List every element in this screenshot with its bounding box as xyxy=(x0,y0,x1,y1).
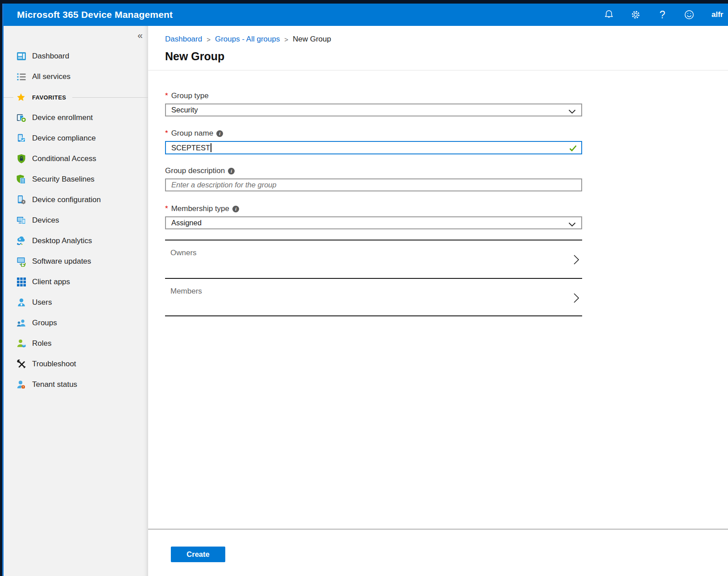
sidebar-item-label: All services xyxy=(32,72,70,81)
sidebar-item-client-apps[interactable]: Client apps xyxy=(4,272,148,292)
sidebar-item-users[interactable]: Users xyxy=(4,292,148,313)
sidebar-collapse-button[interactable]: « xyxy=(137,30,143,40)
gear-icon[interactable] xyxy=(630,9,641,21)
sidebar-item-device-configuration[interactable]: Device configuration xyxy=(4,190,148,210)
device-configuration-icon xyxy=(16,195,27,205)
info-icon[interactable]: i xyxy=(228,168,235,174)
desktop-analytics-icon xyxy=(16,236,27,246)
check-icon xyxy=(569,145,577,153)
device-enrollment-icon xyxy=(16,112,27,123)
sidebar-item-device-enrollment[interactable]: Device enrollment xyxy=(4,108,148,128)
info-icon[interactable]: i xyxy=(232,206,239,212)
create-button[interactable]: Create xyxy=(171,547,225,562)
chevron-down-icon xyxy=(568,221,576,229)
account-name[interactable]: alfr xyxy=(711,10,723,19)
sidebar-item-label: Security Baselines xyxy=(32,175,95,184)
sidebar-item-roles[interactable]: Roles xyxy=(4,333,148,354)
required-asterisk: * xyxy=(165,91,168,100)
sidebar-item-label: Dashboard xyxy=(32,52,69,61)
sidebar-item-tenant-status[interactable]: Tenant status xyxy=(4,374,148,395)
software-updates-icon xyxy=(16,256,27,267)
info-icon[interactable]: i xyxy=(216,130,223,137)
content-header: Dashboard>Groups - All groups>New Group … xyxy=(148,26,728,70)
sidebar-item-device-compliance[interactable]: Device compliance xyxy=(4,128,148,149)
membership-type-select[interactable]: Assigned xyxy=(165,216,582,229)
sidebar-item-label: Desktop Analytics xyxy=(32,236,92,245)
sidebar: « DashboardAll services FAVORITES Device… xyxy=(4,26,148,576)
chevron-right-icon xyxy=(573,293,579,305)
group-description-label: Group description i xyxy=(165,166,582,175)
favorites-header: FAVORITES xyxy=(4,87,148,108)
sidebar-item-label: Software updates xyxy=(32,257,91,266)
smiley-icon[interactable] xyxy=(683,9,695,21)
group-description-placeholder: Enter a description for the group xyxy=(171,181,277,189)
group-type-select[interactable]: Security xyxy=(165,104,582,116)
group-description-input[interactable]: Enter a description for the group xyxy=(165,178,582,191)
breadcrumb-item-new-group: New Group xyxy=(293,35,331,44)
device-compliance-icon xyxy=(16,133,27,144)
favorites-divider-right xyxy=(72,97,148,98)
breadcrumb: Dashboard>Groups - All groups>New Group xyxy=(148,26,728,44)
sidebar-item-label: Troubleshoot xyxy=(32,360,76,369)
group-name-value: SCEPTEST xyxy=(171,144,210,152)
sidebar-item-devices[interactable]: Devices xyxy=(4,210,148,231)
breadcrumb-item-groups-all-groups[interactable]: Groups - All groups xyxy=(215,35,280,44)
sidebar-item-label: Roles xyxy=(32,339,51,348)
users-icon xyxy=(16,297,27,308)
sidebar-item-label: Conditional Access xyxy=(32,154,96,163)
breadcrumb-separator: > xyxy=(284,36,288,43)
sidebar-item-all-services[interactable]: All services xyxy=(4,66,148,87)
membership-type-label: * Membership type i xyxy=(165,204,582,213)
sidebar-item-label: Users xyxy=(32,298,52,307)
text-caret xyxy=(211,143,211,152)
sidebar-item-groups[interactable]: Groups xyxy=(4,313,148,333)
sidebar-item-label: Device compliance xyxy=(32,134,96,143)
devices-icon xyxy=(16,215,27,226)
sidebar-item-conditional-access[interactable]: Conditional Access xyxy=(4,149,148,169)
bell-icon[interactable] xyxy=(603,9,615,21)
owners-section[interactable]: Owners xyxy=(165,240,582,278)
sidebar-item-label: Device enrollment xyxy=(32,113,93,122)
sidebar-item-software-updates[interactable]: Software updates xyxy=(4,251,148,272)
app-window: Microsoft 365 Device Management ? alfr «… xyxy=(0,0,728,576)
required-asterisk: * xyxy=(165,204,168,213)
sidebar-item-label: Device configuration xyxy=(32,195,101,204)
sidebar-nav: DashboardAll services FAVORITES Device e… xyxy=(4,46,148,395)
tenant-status-icon xyxy=(16,379,27,390)
picker-sections: Owners Members xyxy=(165,240,582,316)
troubleshoot-icon xyxy=(16,359,27,369)
sidebar-item-security-baselines[interactable]: Security Baselines xyxy=(4,169,148,190)
conditional-access-icon xyxy=(16,153,27,164)
group-type-value: Security xyxy=(171,106,198,114)
security-baselines-icon xyxy=(16,174,27,185)
banner-icons: ? xyxy=(603,4,695,26)
breadcrumb-separator: > xyxy=(207,36,211,43)
chevron-down-icon xyxy=(568,108,576,116)
favorites-divider-left xyxy=(4,97,13,98)
group-name-input[interactable]: SCEPTEST xyxy=(165,141,582,154)
footer-divider xyxy=(148,529,728,530)
membership-type-value: Assigned xyxy=(171,219,202,227)
roles-icon xyxy=(16,338,27,349)
help-icon[interactable]: ? xyxy=(657,9,668,21)
window-top-strip xyxy=(0,0,728,4)
chevron-right-icon xyxy=(573,254,579,267)
sidebar-item-label: Tenant status xyxy=(32,380,77,389)
sidebar-item-troubleshoot[interactable]: Troubleshoot xyxy=(4,354,148,374)
all-services-icon xyxy=(16,71,27,82)
members-label: Members xyxy=(170,287,202,296)
main-content: Dashboard>Groups - All groups>New Group … xyxy=(148,26,728,576)
sidebar-item-label: Devices xyxy=(32,216,59,225)
sidebar-item-desktop-analytics[interactable]: Desktop Analytics xyxy=(4,231,148,251)
dashboard-icon xyxy=(16,51,27,62)
breadcrumb-item-dashboard[interactable]: Dashboard xyxy=(165,35,202,44)
sidebar-item-label: Client apps xyxy=(32,278,70,286)
sidebar-item-label: Groups xyxy=(32,319,57,327)
owners-label: Owners xyxy=(170,249,197,257)
members-section[interactable]: Members xyxy=(165,278,582,316)
group-name-label: * Group name i xyxy=(165,129,582,138)
favorites-label: FAVORITES xyxy=(32,94,66,101)
groups-icon xyxy=(16,318,27,328)
sidebar-item-dashboard[interactable]: Dashboard xyxy=(4,46,148,66)
top-banner: Microsoft 365 Device Management ? alfr xyxy=(4,4,728,26)
